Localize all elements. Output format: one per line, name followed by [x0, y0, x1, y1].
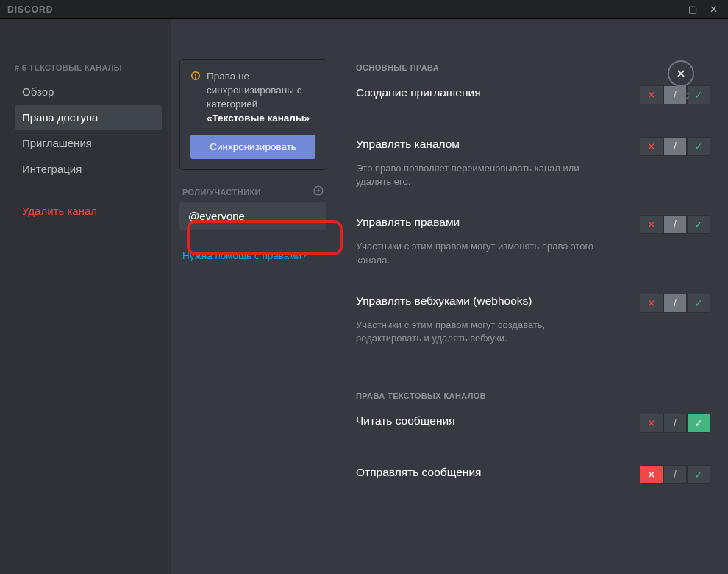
perm-create-invite: Создание приглашения ✕ / ✓: [356, 85, 710, 116]
svg-point-2: [196, 78, 196, 79]
title-bar: DISCORD — ▢ ✕: [0, 0, 728, 19]
roles-header: РОЛИ/УЧАСТНИКИ: [179, 185, 326, 199]
channel-breadcrumb: # 6 ТЕКСТОВЫЕ КАНАЛЫ: [15, 63, 162, 72]
nav-invites[interactable]: Приглашения: [15, 131, 162, 155]
toggle-neutral[interactable]: /: [663, 215, 687, 234]
perm-toggle: ✕ / ✓: [640, 465, 710, 484]
add-role-button[interactable]: [313, 185, 324, 199]
perm-title: Управлять каналом: [356, 137, 460, 152]
nav-overview[interactable]: Обзор: [15, 79, 162, 104]
toggle-neutral[interactable]: /: [663, 294, 687, 313]
perm-toggle: ✕ / ✓: [640, 215, 710, 234]
perm-title: Управлять вебхуками (webhooks): [356, 294, 532, 309]
toggle-deny[interactable]: ✕: [640, 294, 663, 313]
perm-send-messages: Отправлять сообщения ✕ / ✓: [356, 465, 710, 496]
perm-toggle: ✕ / ✓: [640, 137, 710, 156]
maximize-button[interactable]: ▢: [682, 1, 703, 18]
window-controls: — ▢ ✕: [662, 1, 724, 18]
toggle-allow[interactable]: ✓: [687, 215, 710, 234]
roles-column: Права не синхронизированы с категорией «…: [171, 19, 335, 574]
toggle-allow[interactable]: ✓: [687, 414, 710, 433]
esc-label: ESC: [668, 91, 694, 100]
perm-title: Управлять правами: [356, 215, 460, 230]
sync-message: Права не синхронизированы с категорией «…: [190, 70, 315, 126]
role-everyone[interactable]: @everyone: [179, 202, 326, 230]
toggle-deny[interactable]: ✕: [640, 465, 663, 484]
nav-delete-channel[interactable]: Удалить канал: [15, 199, 162, 223]
permissions-help-link[interactable]: Нужна помощь с правами?: [179, 244, 326, 267]
close-button[interactable]: [668, 60, 694, 87]
perm-toggle: ✕ / ✓: [640, 414, 710, 433]
perm-desc: Участники с этим правом могут изменять п…: [356, 240, 606, 266]
permissions-panel: ОСНОВНЫЕ ПРАВА Создание приглашения ✕ / …: [335, 19, 728, 574]
sync-card: Права не синхронизированы с категорией «…: [179, 59, 326, 170]
close-window-button[interactable]: ✕: [703, 1, 724, 18]
nav-permissions[interactable]: Права доступа: [15, 105, 162, 130]
sync-button[interactable]: Синхронизировать: [190, 135, 315, 159]
section-text: ПРАВА ТЕКСТОВЫХ КАНАЛОВ: [356, 391, 710, 400]
toggle-deny[interactable]: ✕: [640, 414, 663, 433]
app-brand: DISCORD: [7, 4, 53, 15]
toggle-allow[interactable]: ✓: [687, 137, 710, 156]
settings-sidebar: # 6 ТЕКСТОВЫЕ КАНАЛЫ Обзор Права доступа…: [0, 19, 171, 574]
toggle-neutral[interactable]: /: [663, 137, 687, 156]
perm-title: Отправлять сообщения: [356, 465, 481, 481]
toggle-deny[interactable]: ✕: [640, 215, 663, 234]
section-divider: [356, 372, 710, 372]
toggle-neutral[interactable]: /: [663, 414, 687, 433]
perm-desc: Это право позволяет переименовывать кана…: [356, 162, 606, 188]
minimize-button[interactable]: —: [662, 1, 682, 18]
perm-desc: Участники с этим правом могут создавать,…: [356, 319, 606, 345]
perm-manage-webhooks: Управлять вебхуками (webhooks) ✕ / ✓ Уча…: [356, 294, 710, 351]
toggle-neutral[interactable]: /: [663, 465, 687, 484]
perm-title: Читать сообщения: [356, 414, 455, 429]
section-general: ОСНОВНЫЕ ПРАВА: [356, 63, 710, 72]
nav-integration[interactable]: Интеграция: [15, 157, 162, 181]
toggle-deny[interactable]: ✕: [640, 137, 663, 156]
warning-icon: [190, 71, 201, 126]
perm-read-messages: Читать сообщения ✕ / ✓: [356, 414, 710, 444]
toggle-deny[interactable]: ✕: [640, 85, 663, 104]
perm-manage-channel: Управлять каналом ✕ / ✓ Это право позвол…: [356, 137, 710, 194]
perm-toggle: ✕ / ✓: [640, 294, 710, 313]
perm-manage-perms: Управлять правами ✕ / ✓ Участники с этим…: [356, 215, 710, 272]
perm-title: Создание приглашения: [356, 85, 481, 101]
close-settings: ESC: [668, 60, 694, 100]
toggle-allow[interactable]: ✓: [687, 294, 710, 313]
toggle-allow[interactable]: ✓: [687, 465, 710, 484]
